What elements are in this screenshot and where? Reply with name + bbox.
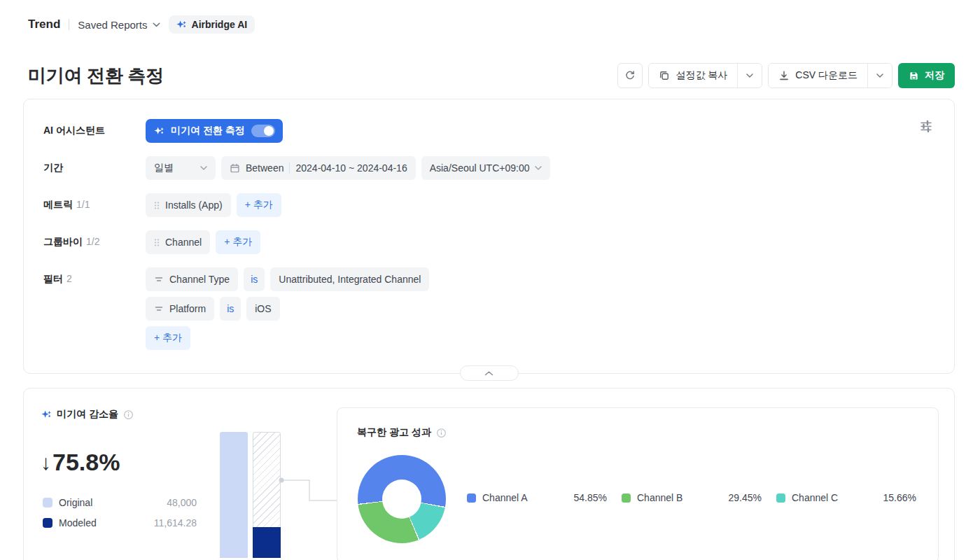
copy-settings-caret[interactable] [737, 64, 762, 88]
donut-hole [382, 479, 421, 519]
reduction-legend: Original 48,000 Modeled 11,614.28 [43, 495, 197, 536]
page-header: 미기여 전환 측정 설정값 복사 [28, 63, 955, 88]
ai-toggle[interactable] [251, 125, 275, 137]
reduction-title: 미기여 감소율 [41, 408, 134, 421]
reduction-percent: 75.8% [52, 449, 120, 476]
filter-value-chip[interactable]: Unattributed, Integrated Channel [270, 267, 429, 291]
filter-field-label: Platform [169, 303, 206, 314]
refresh-icon [624, 70, 636, 81]
channel-b-label: Channel B [637, 492, 682, 503]
legend-item-channel-c: Channel C 15.66% [776, 492, 916, 503]
toggle-knob [264, 126, 274, 136]
save-button[interactable]: 저장 [898, 63, 955, 88]
legend-row-modeled: Modeled 11,614.28 [43, 515, 197, 531]
period-label: 기간 [43, 156, 146, 174]
chevron-down-icon [746, 74, 753, 78]
copy-settings-button[interactable]: 설정값 복사 [649, 64, 737, 88]
reduction-value: ↓ 75.8% [41, 449, 120, 476]
channel-c-value: 15.66% [883, 492, 916, 503]
chevron-up-icon [484, 371, 493, 376]
metric-chip[interactable]: Installs (App) [146, 193, 231, 217]
metric-label-text: 메트릭 [43, 199, 73, 210]
filter-field-chip[interactable]: Channel Type [146, 267, 238, 291]
csv-download-caret[interactable] [867, 64, 892, 88]
add-filter-button[interactable]: + 추가 [146, 326, 190, 350]
settings-panel: AI 어시스턴트 미기여 전환 측정 기간 일별 [23, 99, 955, 374]
airbridge-ai-badge[interactable]: Airbridge AI [169, 15, 255, 34]
chevron-down-icon [153, 22, 160, 27]
nav-divider [69, 19, 69, 30]
channel-c-label: Channel C [792, 492, 838, 503]
drag-handle-icon [154, 201, 160, 210]
legend-row-original: Original 48,000 [43, 495, 197, 510]
sliders-icon [919, 120, 933, 132]
add-groupby-button[interactable]: + 추가 [216, 230, 260, 254]
saved-reports-dropdown[interactable]: Saved Reports [78, 19, 160, 31]
results-panel: 미기여 감소율 ↓ 75.8% Original 48,000 Modeled … [23, 388, 955, 560]
original-swatch [43, 498, 52, 507]
channel-a-swatch [467, 493, 476, 503]
metric-chip-label: Installs (App) [165, 200, 223, 211]
sparkle-icon [41, 410, 52, 420]
filter-operator-chip[interactable]: is [220, 297, 241, 321]
down-arrow-icon: ↓ [41, 451, 51, 475]
channel-b-value: 29.45% [729, 492, 762, 503]
calendar-icon [230, 163, 240, 174]
csv-download-button[interactable]: CSV 다운로드 [769, 64, 867, 88]
panel-settings-button[interactable] [916, 118, 936, 137]
connector-line [278, 474, 341, 505]
recovered-title: 복구한 광고 성과 [357, 426, 447, 439]
filter-value-chip[interactable]: iOS [246, 297, 279, 321]
sparkle-icon [176, 20, 187, 30]
ai-assistant-label: AI 어시스턴트 [43, 119, 146, 137]
chevron-down-icon [535, 166, 542, 170]
filter-field-label: Channel Type [169, 274, 230, 285]
donut-legend: Channel A 54.85% Channel B 29.45% Channe… [467, 492, 916, 503]
modeled-swatch [43, 518, 52, 528]
add-metric-button[interactable]: + 추가 [237, 193, 281, 217]
info-icon[interactable] [123, 410, 134, 420]
hatched-original-bar [253, 432, 281, 558]
groupby-count: 1/2 [86, 236, 99, 247]
collapse-panel-button[interactable] [460, 365, 519, 381]
ai-mode-button[interactable]: 미기여 전환 측정 [146, 119, 283, 143]
groupby-row: 그룹바이1/2 Channel + 추가 [43, 230, 934, 254]
save-label: 저장 [925, 69, 944, 82]
timezone-select[interactable]: Asia/Seoul UTC+09:00 [421, 156, 551, 180]
metric-label: 메트릭1/1 [43, 193, 146, 211]
metric-count: 1/1 [76, 199, 90, 210]
groupby-chip[interactable]: Channel [146, 230, 210, 254]
nav-tab-trend[interactable]: Trend [28, 18, 60, 31]
channel-b-swatch [622, 493, 631, 503]
original-bar [220, 432, 248, 558]
csv-download-split-button: CSV 다운로드 [768, 63, 892, 88]
chip-divider [289, 162, 290, 174]
refresh-button[interactable] [617, 63, 643, 88]
drag-handle-icon [154, 238, 160, 247]
chevron-down-icon [200, 166, 207, 170]
legend-item-channel-b: Channel B 29.45% [622, 492, 762, 503]
original-value: 48,000 [167, 497, 197, 508]
filter-field-chip[interactable]: Platform [146, 297, 214, 321]
copy-settings-split-button: 설정값 복사 [648, 63, 762, 88]
modeled-bar-segment [253, 527, 281, 558]
filter-lines-icon [154, 274, 164, 284]
original-label: Original [59, 497, 92, 508]
info-icon[interactable] [436, 428, 447, 438]
granularity-select[interactable]: 일별 [146, 156, 216, 180]
filter-count: 2 [66, 273, 72, 284]
filter-label: 필터2 [43, 267, 146, 286]
header-actions: 설정값 복사 CSV 다운로드 [617, 63, 955, 88]
filter-operator-chip[interactable]: is [244, 267, 265, 291]
date-mode-label: Between [246, 162, 284, 174]
channel-a-value: 54.85% [574, 492, 607, 503]
metric-row: 메트릭1/1 Installs (App) + 추가 [43, 193, 934, 217]
recovered-performance-card: 복구한 광고 성과 Channel A 54.85% Channel B 29.… [337, 407, 939, 560]
chevron-down-icon [876, 74, 883, 78]
airbridge-ai-label: Airbridge AI [192, 19, 248, 30]
sparkle-icon [154, 126, 164, 136]
csv-download-label: CSV 다운로드 [795, 69, 858, 82]
date-range-picker[interactable]: Between 2024-04-10 ~ 2024-04-16 [221, 156, 416, 180]
groupby-chip-label: Channel [165, 237, 202, 248]
page-title: 미기여 전환 측정 [28, 64, 164, 88]
